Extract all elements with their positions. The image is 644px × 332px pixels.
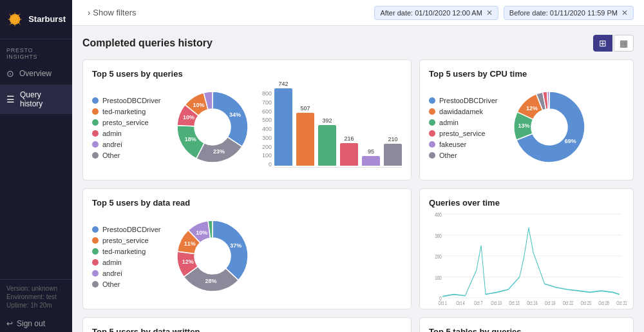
bar-rect	[274, 88, 292, 166]
legend-color-dot	[92, 97, 99, 104]
svg-text:12%: 12%	[182, 259, 194, 265]
chart-title-top5-users-data-read: Top 5 users by data read	[92, 198, 402, 208]
content-header: Completed queries history ⊞ ▦	[82, 35, 634, 52]
svg-text:Oct 1: Oct 1	[438, 300, 446, 307]
svg-text:37%: 37%	[230, 242, 242, 249]
filter-before-close-button[interactable]: ✕	[621, 8, 628, 17]
svg-text:Oct 25: Oct 25	[581, 300, 592, 307]
bar-value: 210	[388, 136, 398, 142]
legend-item: presto_service	[92, 119, 163, 126]
donut-svg-cpu: 69%13%12%	[507, 85, 591, 169]
legend-color-dot	[92, 226, 99, 233]
svg-text:Oct 31: Oct 31	[616, 300, 627, 307]
chart-title-top5-tables-queries: Top 5 tables by queries	[429, 327, 624, 332]
svg-text:Oct 10: Oct 10	[491, 300, 502, 307]
content-area: Completed queries history ⊞ ▦ Top 5 user…	[72, 26, 644, 332]
chart-title-top5-users-cpu: Top 5 users by CPU time	[429, 69, 624, 79]
legend-color-dot	[92, 141, 99, 148]
svg-text:23%: 23%	[213, 148, 225, 155]
legend-item-label: andrei	[102, 141, 122, 148]
bar-y-labels: 8007006005004003002001000	[262, 90, 272, 168]
chart-top5-users-cpu: Top 5 users by CPU time PrestooDBCDriver…	[419, 59, 634, 181]
legend-item: andrei	[92, 269, 163, 277]
sidebar-section-label: PRESTO INSIGHTS	[0, 39, 72, 63]
chart-top5-tables-queries: Top 5 tables by queries No data	[419, 317, 634, 332]
uptime-text: Uptime: 1h 20m	[6, 302, 66, 309]
donut-top5-users-data-read: 37%28%12%11%10%	[171, 214, 254, 300]
sidebar-footer: Version: unknown Environment: test Uptim…	[0, 279, 72, 315]
line-chart-svg: 4003002001000Oct 1Oct 4Oct 7Oct 10Oct 13…	[429, 214, 624, 298]
bar-view-button[interactable]: ▦	[614, 35, 634, 52]
svg-text:18%: 18%	[185, 136, 196, 142]
bar-chart-queries: 8007006005004003002001000 74250739221695…	[262, 88, 402, 168]
svg-text:10%: 10%	[183, 114, 194, 121]
bar-column: 392	[318, 117, 336, 166]
topbar: › Show filters After date: 01/10/2020 12…	[72, 0, 644, 26]
legend-item-label: ted-marketing	[102, 108, 146, 115]
legend-item: ted-marketing	[92, 108, 163, 115]
y-label: 600	[262, 108, 272, 115]
legend-color-dot	[92, 281, 99, 288]
svg-text:Oct 7: Oct 7	[474, 300, 482, 307]
legend-item: presto_service	[429, 130, 500, 137]
bar-chart-area: 74250739221695210	[274, 88, 402, 166]
filter-tag-after: After date: 01/10/2020 12:00 AM ✕	[374, 6, 498, 20]
legend-color-dot	[429, 97, 435, 104]
svg-text:400: 400	[435, 211, 442, 219]
sign-out-icon: ↩	[6, 319, 13, 328]
bar-value: 392	[323, 117, 332, 124]
filter-tags: After date: 01/10/2020 12:00 AM ✕ Before…	[374, 6, 634, 20]
legend-item-label: dawidadamek	[439, 108, 483, 115]
sidebar-item-query-history[interactable]: ☰ Query history	[0, 84, 72, 114]
chart-inner-top5-users-data-read: PrestooDBCDriverpresto_serviceted-market…	[92, 214, 402, 300]
legend-item-label: admin	[102, 259, 122, 266]
svg-text:Oct 28: Oct 28	[598, 300, 609, 307]
legend-item: andrei	[92, 141, 163, 148]
svg-text:Oct 22: Oct 22	[563, 300, 574, 307]
legend-color-dot	[429, 119, 435, 126]
donut-top5-users-queries: 34%23%18%10%10%	[171, 85, 254, 171]
svg-text:300: 300	[435, 233, 442, 240]
svg-text:Oct 13: Oct 13	[509, 300, 520, 307]
legend-item-label: PrestooDBCDriver	[102, 226, 160, 233]
svg-text:Oct 4: Oct 4	[456, 300, 464, 307]
bar-rect	[296, 113, 314, 166]
line-chart-wrap: 4003002001000Oct 1Oct 4Oct 7Oct 10Oct 13…	[429, 214, 624, 298]
y-label: 0	[262, 161, 272, 168]
legend-color-dot	[92, 259, 99, 266]
legend-color-dot	[92, 152, 99, 159]
filter-after-close-button[interactable]: ✕	[486, 8, 493, 17]
legend-top5-users-data-read: PrestooDBCDriverpresto_serviceted-market…	[92, 226, 163, 288]
chart-inner-top5-users-cpu: PrestooDBCDriverdawidadamekadminpresto_s…	[429, 85, 624, 171]
grid-view-button[interactable]: ⊞	[593, 35, 612, 52]
legend-item: admin	[92, 130, 163, 137]
environment-text: Environment: test	[6, 293, 66, 300]
y-label: 500	[262, 117, 272, 123]
legend-color-dot	[92, 237, 99, 244]
legend-color-dot	[92, 119, 99, 126]
legend-item-label: fakeuser	[439, 141, 466, 148]
legend-item: Other	[92, 151, 163, 159]
legend-item-label: Other	[439, 151, 457, 159]
sign-out-label: Sign out	[17, 319, 45, 328]
legend-item: Other	[429, 151, 500, 159]
legend-item: fakeuser	[429, 141, 500, 148]
y-label: 200	[262, 144, 272, 150]
query-history-icon: ☰	[6, 94, 15, 104]
sidebar-item-overview[interactable]: ⊙ Overview	[0, 63, 72, 84]
chart-inner-top5-users-queries: PrestooDBCDriverted-marketingpresto_serv…	[92, 85, 402, 171]
legend-item-label: ted-marketing	[102, 248, 146, 255]
bar-column: 507	[296, 105, 314, 166]
bar-rect	[384, 144, 402, 166]
bar-axis	[274, 167, 402, 168]
logo-text: Starburst	[28, 14, 66, 24]
bar-column: 95	[362, 148, 380, 166]
show-filters-button[interactable]: › Show filters	[82, 5, 142, 20]
legend-color-dot	[429, 130, 435, 137]
svg-text:100: 100	[435, 275, 442, 282]
svg-text:28%: 28%	[205, 278, 217, 284]
sign-out-button[interactable]: ↩ Sign out	[0, 315, 72, 332]
legend-color-dot	[92, 270, 99, 277]
legend-item: presto_service	[92, 237, 163, 244]
svg-text:Oct 19: Oct 19	[545, 300, 556, 307]
